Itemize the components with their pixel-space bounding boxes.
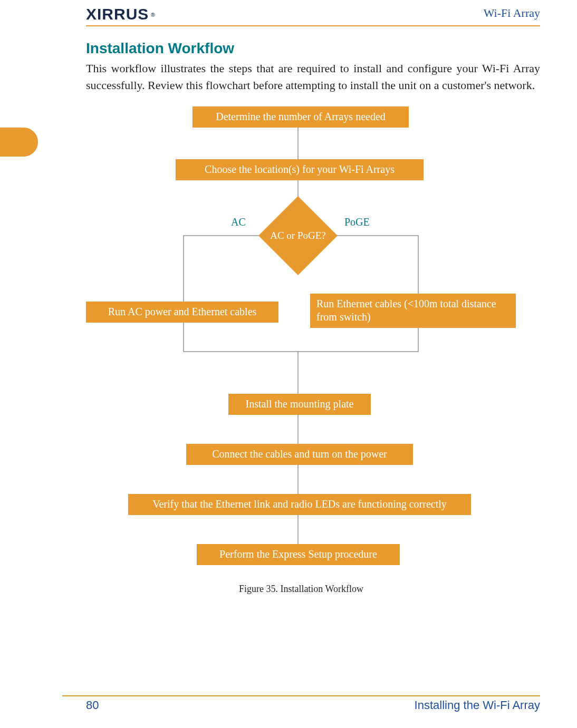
- section-title: Installation Workflow: [86, 40, 540, 57]
- section-intro: This workflow illustrates the steps that…: [86, 60, 540, 94]
- installation-flowchart: Determine the number of Arrays needed Ch…: [62, 106, 540, 615]
- flow-node-run-ac-ethernet: Run AC power and Ethernet cables: [86, 302, 278, 323]
- decision-branch-ac-label: AC: [231, 216, 246, 228]
- flow-node-connect-cables-power: Connect the cables and turn on the power: [186, 444, 413, 465]
- flow-node-choose-location: Choose the location(s) for your Wi-Fi Ar…: [176, 159, 424, 180]
- flow-node-determine-arrays: Determine the number of Arrays needed: [193, 106, 409, 128]
- footer-section-title: Installing the Wi-Fi Array: [415, 698, 540, 712]
- brand-logo-text: XIRRUS: [86, 6, 149, 22]
- flowchart-connectors: [62, 106, 540, 615]
- page-number: 80: [86, 698, 99, 712]
- flow-node-verify-leds: Verify that the Ethernet link and radio …: [128, 494, 471, 515]
- page-footer: 80 Installing the Wi-Fi Array: [62, 695, 540, 712]
- brand-logo: XIRRUS®: [86, 6, 155, 22]
- flow-decision-power: AC or PoGE?: [258, 196, 338, 275]
- flow-node-express-setup: Perform the Express Setup procedure: [197, 544, 400, 565]
- decision-branch-poge-label: PoGE: [344, 216, 370, 228]
- flow-decision-label: AC or PoGE?: [258, 196, 338, 275]
- header-product-name: Wi-Fi Array: [484, 6, 540, 22]
- document-page: XIRRUS® Wi-Fi Array Installation Workflo…: [0, 0, 577, 728]
- figure-caption: Figure 35. Installation Workflow: [62, 584, 540, 595]
- page-header: XIRRUS® Wi-Fi Array: [86, 0, 540, 26]
- flow-node-install-mounting-plate: Install the mounting plate: [228, 394, 371, 415]
- registered-mark: ®: [151, 13, 155, 18]
- section-thumb-tab: [0, 128, 38, 157]
- flow-node-run-ethernet-poge: Run Ethernet cables (<100m total distanc…: [310, 294, 516, 328]
